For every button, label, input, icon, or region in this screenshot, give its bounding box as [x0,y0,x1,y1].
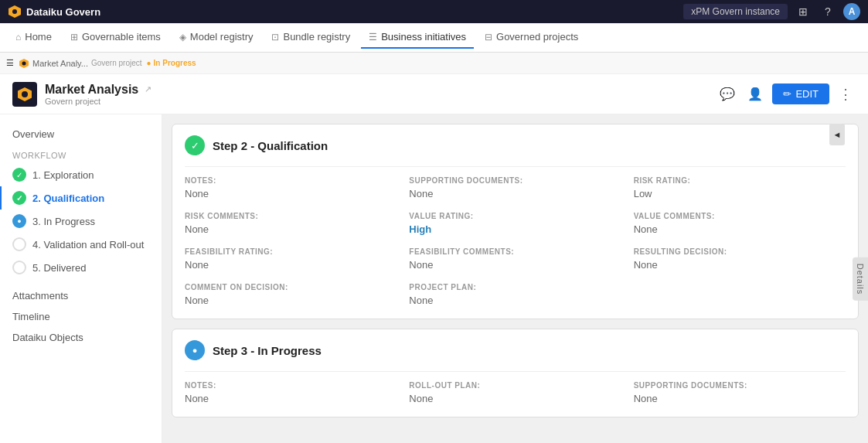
svg-point-3 [22,61,26,65]
overview-label: Overview [12,128,54,140]
governed-icon: ⊟ [485,32,492,43]
users-icon: 👤 [747,87,763,101]
app-title: Dataiku Govern [26,6,100,18]
question-icon: ? [825,5,831,18]
nav-governable-items[interactable]: ⊞ Governable items [63,26,168,49]
step3-title: Step 3 - In Progress [213,344,322,357]
breadcrumb-project-type: Govern project [91,59,142,67]
nav-governed-label: Governed projects [496,31,578,43]
step5-label: 5. Delivered [32,262,86,274]
breadcrumb-item[interactable]: Market Analy... Govern project [19,58,142,69]
comments-button[interactable]: 💬 [717,83,738,104]
content-area: ✓ Step 2 - Qualification NOTES: None SUP… [162,114,868,443]
grid-icon: ⊞ [798,5,808,18]
business-icon: ☰ [369,32,377,43]
step3-label: 3. In Progress [32,216,95,227]
nav-home-label: Home [25,31,52,43]
nav-model-label: Model registry [190,31,254,43]
breadcrumb-icon: ☰ [6,58,14,68]
nav-model-registry[interactable]: ◈ Model registry [172,26,261,49]
sidebar-timeline[interactable]: Timeline [0,306,162,327]
breadcrumb-bar: ☰ Market Analy... Govern project ● In Pr… [0,53,868,74]
nav-bundle-label: Bundle registry [283,31,350,43]
step2-feasibility-comments-field: FEASIBILITY COMMENTS: None [409,247,621,271]
sidebar-overview[interactable]: Overview [0,124,162,145]
govern-instance-button[interactable]: xPM Govern instance [683,4,788,19]
step3-rollout-field: ROLL-OUT PLAN: None [409,381,621,404]
details-tab[interactable]: Details [853,257,868,301]
step3-indicator: ● [12,214,26,228]
apps-icon-button[interactable]: ⊞ [794,2,812,21]
model-icon: ◈ [179,32,186,43]
step1-indicator: ✓ [12,168,26,182]
step2-title: Step 2 - Qualification [213,139,328,152]
edit-button[interactable]: ✏ EDIT [772,83,829,104]
sidebar-step-1[interactable]: ✓ 1. Exploration [0,163,162,186]
step2-project-plan-field: PROJECT PLAN: None [409,283,621,306]
project-header: Market Analysis ↗ Govern project 💬 👤 ✏ E… [0,74,868,114]
step2-risk-comments-field: RISK COMMENTS: None [185,212,397,235]
step5-indicator [12,261,26,274]
nav-bundle-registry[interactable]: ⊡ Bundle registry [264,26,358,49]
collapse-icon: ◄ [833,130,842,139]
breadcrumb-status: ● In Progress [147,59,196,67]
step1-label: 1. Exploration [32,169,94,181]
step2-label: 2. Qualification [32,193,104,204]
step2-resulting-decision-field: RESULTING DECISION: None [634,247,846,271]
dataiku-logo [8,5,22,19]
step2-value-comments-field: VALUE COMMENTS: None [634,212,846,235]
step2-risk-rating-field: RISK RATING: Low [634,176,846,199]
step2-value-rating-field: VALUE RATING: High [409,212,621,235]
project-logo [12,82,37,107]
step2-indicator: ✓ [12,191,26,205]
nav-governable-label: Governable items [82,31,161,43]
step4-label: 4. Validation and Roll-out [32,239,144,250]
workflow-section: Workflow [0,145,162,163]
project-subtitle: Govern project [45,97,151,106]
project-icon [19,58,29,69]
governable-icon: ⊞ [70,32,78,43]
nav-business-label: Business initiatives [381,31,466,43]
sidebar-attachments[interactable]: Attachments [0,285,162,306]
sidebar-step-4[interactable]: 4. Validation and Roll-out [0,233,162,256]
step3-supporting-docs-field: SUPPORTING DOCUMENTS: None [634,381,846,404]
svg-point-5 [22,91,28,97]
edit-icon: ✏ [783,88,791,100]
nav-business-initiatives[interactable]: ☰ Business initiatives [361,26,474,49]
comments-icon: 💬 [720,87,735,101]
status-indicator: ● [147,59,151,67]
sidebar-step-5[interactable]: 5. Delivered [0,256,162,279]
project-logo-icon [17,87,32,102]
sidebar-step-2[interactable]: ✓ 2. Qualification [0,186,162,210]
bundle-icon: ⊡ [271,32,279,43]
ellipsis-icon: ⋮ [839,87,853,102]
svg-point-1 [12,9,17,14]
help-icon-button[interactable]: ? [819,2,837,21]
step2-comment-decision-field: COMMENT ON DECISION: None [185,283,397,306]
top-bar: Dataiku Govern xPM Govern instance ⊞ ? A [0,0,868,23]
step2-card: ✓ Step 2 - Qualification NOTES: None SUP… [172,124,859,319]
users-button[interactable]: 👤 [744,83,766,104]
nav-bar: ⌂ Home ⊞ Governable items ◈ Model regist… [0,23,868,53]
collapse-button[interactable]: ◄ [829,124,845,145]
sidebar: Overview Workflow ✓ 1. Exploration ✓ 2. … [0,114,162,443]
status-label: In Progress [154,59,196,67]
step3-status-icon: ● [185,340,205,360]
step2-notes-field: NOTES: None [185,176,397,199]
nav-governed-projects[interactable]: ⊟ Governed projects [477,26,586,49]
step2-feasibility-rating-field: FEASIBILITY RATING: None [185,247,397,271]
step2-supporting-docs-field: SUPPORTING DOCUMENTS: None [409,176,621,199]
home-icon: ⌂ [15,32,21,43]
external-link-icon[interactable]: ↗ [145,84,151,94]
step3-notes-field: NOTES: None [185,381,397,404]
step4-indicator [12,237,26,251]
breadcrumb-project-name: Market Analy... [32,59,88,68]
avatar-button[interactable]: A [843,3,860,20]
sidebar-step-3[interactable]: ● 3. In Progress [0,210,162,233]
nav-home[interactable]: ⌂ Home [8,26,60,49]
more-options-button[interactable]: ⋮ [836,83,856,106]
project-title: Market Analysis [45,83,138,97]
step3-card: ● Step 3 - In Progress NOTES: None ROLL-… [172,329,859,417]
sidebar-dataiku-objects[interactable]: Dataiku Objects [0,327,162,348]
step2-status-icon: ✓ [185,135,205,155]
